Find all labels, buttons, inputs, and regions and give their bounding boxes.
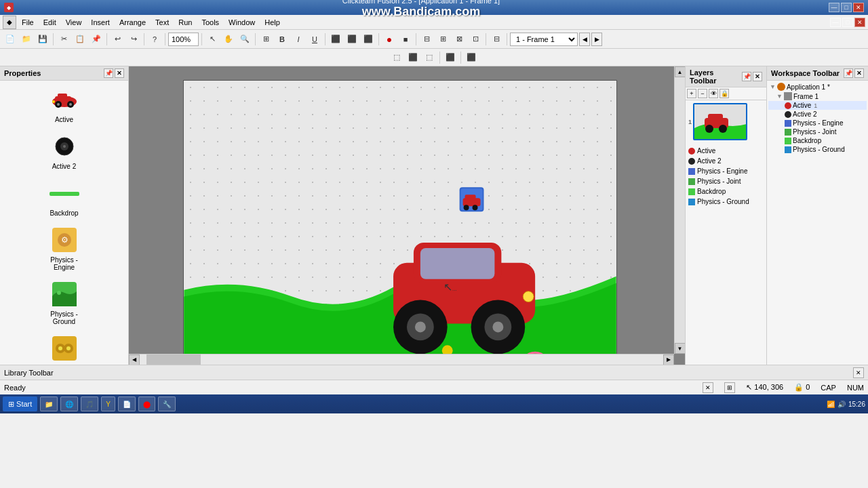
tree-active2[interactable]: Active 2 bbox=[768, 110, 867, 119]
task-browser[interactable]: 🌐 bbox=[60, 396, 78, 411]
menu-view[interactable]: View bbox=[62, 17, 86, 28]
hscrollbar[interactable]: ◀ ▶ bbox=[129, 354, 674, 365]
properties-pin-btn[interactable]: 📌 bbox=[104, 68, 113, 78]
hscroll-left[interactable]: ◀ bbox=[129, 354, 140, 365]
task-docs[interactable]: 📄 bbox=[118, 396, 136, 411]
layer-btn[interactable]: ⊟ bbox=[489, 32, 504, 47]
menu-edit[interactable]: Edit bbox=[39, 17, 60, 28]
italic-btn[interactable]: I bbox=[291, 32, 306, 47]
close-btn[interactable]: ✕ bbox=[853, 3, 864, 12]
tree-physics-engine[interactable]: Physics - Engine bbox=[768, 119, 867, 127]
task-word[interactable]: Y bbox=[101, 396, 115, 411]
layer-physics-joint[interactable]: Physics - Joint bbox=[686, 176, 766, 186]
menu-tools[interactable]: Tools bbox=[197, 17, 223, 28]
hand-tool[interactable]: ✋ bbox=[221, 32, 236, 47]
vscroll-up[interactable]: ▲ bbox=[675, 66, 686, 77]
layer-physics-engine[interactable]: Physics - Engine bbox=[686, 166, 766, 176]
menu-file[interactable]: File bbox=[18, 17, 38, 28]
layers-del-btn[interactable]: − bbox=[698, 89, 707, 98]
start-button[interactable]: ⊞ Start bbox=[3, 396, 37, 411]
paste-btn[interactable]: 📌 bbox=[89, 32, 104, 47]
tree-backdrop[interactable]: Backdrop bbox=[768, 136, 867, 145]
layers-close-btn[interactable]: ✕ bbox=[753, 72, 762, 81]
frame-selector[interactable]: 1 - Frame 1 bbox=[510, 33, 578, 46]
menu-run[interactable]: Run bbox=[174, 17, 196, 28]
object-active2[interactable]: Active 2 bbox=[3, 130, 125, 171]
grid-btn[interactable]: ⊞ bbox=[258, 32, 273, 47]
menu-insert[interactable]: Insert bbox=[87, 17, 114, 28]
play-btn[interactable]: ● bbox=[382, 32, 397, 47]
layer-active[interactable]: Active bbox=[686, 146, 766, 156]
tb2-btn1[interactable]: ⬚ bbox=[389, 50, 404, 65]
layers-lock-btn[interactable]: 🔒 bbox=[719, 89, 729, 98]
underline-btn[interactable]: U bbox=[307, 32, 322, 47]
view-data[interactable]: ⊡ bbox=[468, 32, 483, 47]
view-storyboard[interactable]: ⊟ bbox=[419, 32, 434, 47]
next-frame-btn[interactable]: ▶ bbox=[591, 33, 602, 46]
menu-arrange[interactable]: Arrange bbox=[115, 17, 150, 28]
layer-backdrop[interactable]: Backdrop bbox=[686, 186, 766, 197]
tree-physics-ground[interactable]: Physics - Ground bbox=[768, 145, 867, 154]
object-physics-engine[interactable]: ⚙ Physics -Engine bbox=[3, 224, 125, 272]
zoom-level[interactable]: 100% bbox=[168, 33, 199, 46]
tb2-btn5[interactable]: ⬛ bbox=[464, 50, 479, 65]
object-active[interactable]: Active bbox=[3, 83, 125, 125]
menu-help[interactable]: Help bbox=[260, 17, 284, 28]
vscroll-down[interactable]: ▼ bbox=[675, 343, 686, 354]
task-media[interactable]: 🎵 bbox=[81, 396, 98, 411]
layer-active2[interactable]: Active 2 bbox=[686, 156, 766, 166]
help-btn[interactable]: ? bbox=[147, 32, 162, 47]
new-btn[interactable]: 📄 bbox=[3, 32, 18, 47]
view-event[interactable]: ⊠ bbox=[452, 32, 467, 47]
task-app[interactable]: 🔧 bbox=[158, 396, 176, 411]
align-left-btn[interactable]: ⬛ bbox=[328, 32, 343, 47]
hscroll-right[interactable]: ▶ bbox=[663, 354, 674, 365]
copy-btn[interactable]: 📋 bbox=[73, 32, 87, 47]
tree-frame[interactable]: ▼ Frame 1 bbox=[768, 92, 867, 101]
align-center-btn[interactable]: ⬛ bbox=[344, 32, 359, 47]
prev-frame-btn[interactable]: ◀ bbox=[579, 33, 590, 46]
close-library-btn[interactable]: ✕ bbox=[853, 367, 864, 378]
workspace-close-btn[interactable]: ✕ bbox=[854, 68, 864, 78]
tb2-btn4[interactable]: ⬛ bbox=[443, 50, 458, 65]
stop-btn[interactable]: ■ bbox=[398, 32, 413, 47]
task-record[interactable]: ⬤ bbox=[138, 396, 155, 411]
properties-close-btn[interactable]: ✕ bbox=[115, 68, 124, 78]
undo-btn[interactable]: ↩ bbox=[110, 32, 125, 47]
vscrollbar[interactable]: ▲ ▼ bbox=[674, 66, 685, 354]
object-physics-ground[interactable]: Physics -Ground bbox=[3, 278, 125, 327]
object-backdrop[interactable]: Backdrop bbox=[3, 177, 125, 218]
tree-physics-joint[interactable]: Physics - Joint bbox=[768, 127, 867, 136]
zoom-tool[interactable]: 🔍 bbox=[237, 32, 252, 47]
redo-btn[interactable]: ↪ bbox=[126, 32, 141, 47]
tb2-btn3[interactable]: ⬚ bbox=[422, 50, 437, 65]
minimize-btn[interactable]: — bbox=[829, 3, 840, 12]
tb2-btn2[interactable]: ⬛ bbox=[406, 50, 420, 65]
layer-physics-ground[interactable]: Physics - Ground bbox=[686, 197, 766, 207]
cursor-tool[interactable]: ↖ bbox=[205, 32, 220, 47]
layers-eye-btn[interactable]: 👁 bbox=[709, 89, 718, 98]
workspace-pin-btn[interactable]: 📌 bbox=[844, 68, 853, 78]
layers-pin-btn[interactable]: 📌 bbox=[742, 72, 751, 81]
save-btn[interactable]: 💾 bbox=[35, 32, 50, 47]
panel-restore-btn[interactable]: □ bbox=[842, 18, 853, 27]
cut-btn[interactable]: ✂ bbox=[56, 32, 71, 47]
object-physics-joint[interactable]: Physics -Joint bbox=[3, 332, 125, 365]
task-folder[interactable]: 📁 bbox=[40, 396, 58, 411]
panel-minimize-btn[interactable]: — bbox=[830, 18, 841, 27]
open-btn[interactable]: 📁 bbox=[19, 32, 34, 47]
frame-preview[interactable] bbox=[693, 103, 747, 140]
view-frame[interactable]: ⊞ bbox=[435, 32, 450, 47]
expand-status-btn[interactable]: ⊞ bbox=[724, 382, 735, 393]
align-right-btn[interactable]: ⬛ bbox=[361, 32, 376, 47]
panel-close-btn[interactable]: ✕ bbox=[854, 18, 865, 27]
menu-window[interactable]: Window bbox=[224, 17, 259, 28]
close-status-btn[interactable]: ✕ bbox=[703, 382, 713, 393]
bold-btn[interactable]: B bbox=[275, 32, 290, 47]
tree-active[interactable]: Active 1 bbox=[768, 101, 867, 110]
canvas-content[interactable]: ↖... bbox=[184, 81, 616, 365]
menu-text[interactable]: Text bbox=[151, 17, 173, 28]
tree-app[interactable]: ▼ Application 1 * bbox=[768, 82, 867, 92]
maximize-btn[interactable]: □ bbox=[841, 3, 852, 12]
layers-add-btn[interactable]: + bbox=[687, 89, 696, 98]
